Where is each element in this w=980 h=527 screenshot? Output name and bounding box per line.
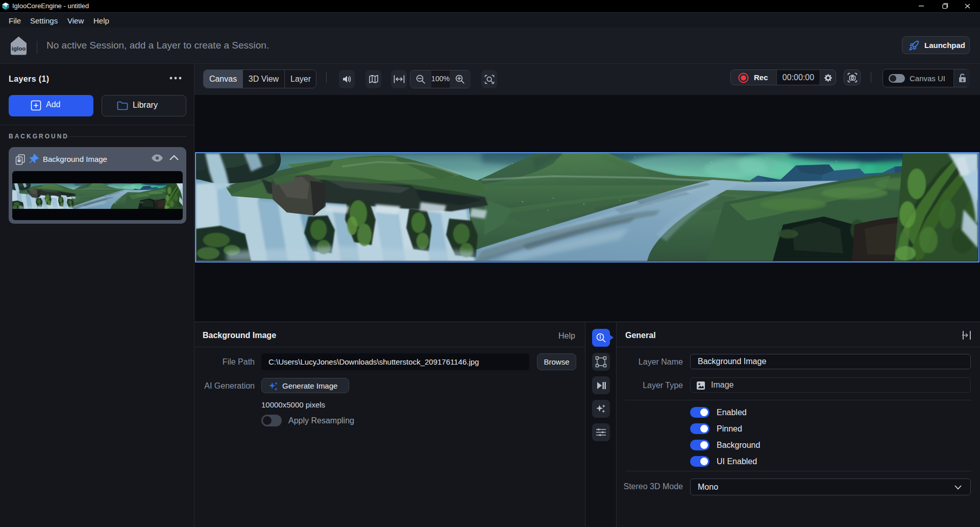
svg-text:igloo: igloo [12, 45, 26, 52]
